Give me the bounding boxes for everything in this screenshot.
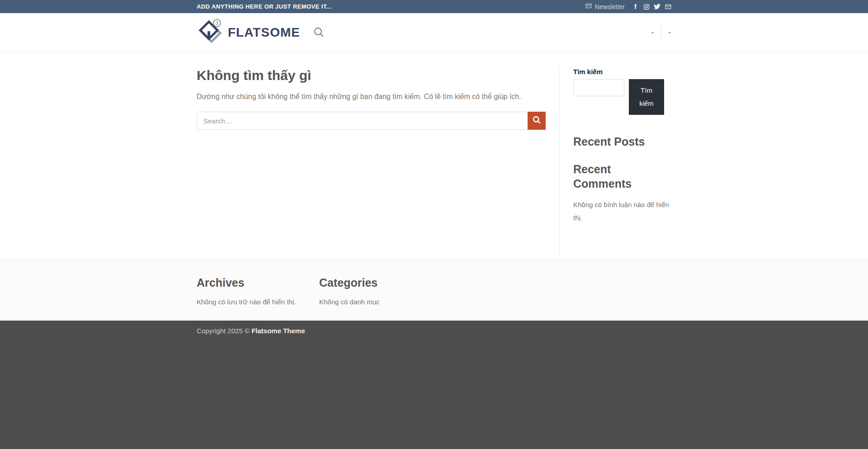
site-logo[interactable]: 3 FLATSOME	[197, 19, 300, 47]
email-icon[interactable]	[665, 3, 671, 10]
twitter-icon[interactable]	[654, 3, 660, 10]
main-section: Không tìm thấy gì Dường như chúng tôi kh…	[0, 52, 868, 259]
page-title: Không tìm thấy gì	[197, 68, 546, 83]
topbar-message: ADD ANYTHING HERE OR JUST REMOVE IT...	[197, 3, 332, 10]
categories-heading: Categories	[319, 276, 442, 289]
nav-item-1[interactable]: -	[644, 29, 660, 36]
envelope-icon	[585, 3, 592, 10]
main-search-form	[197, 112, 546, 130]
topbar: ADD ANYTHING HERE OR JUST REMOVE IT... N…	[0, 0, 868, 13]
header-nav: - -	[644, 26, 671, 39]
main-search-input[interactable]	[197, 112, 528, 130]
nav-item-2[interactable]: -	[661, 29, 671, 36]
sidebar-search-input[interactable]	[573, 79, 624, 96]
flatsome-logo-icon: 3	[197, 19, 222, 47]
copyright-text: Copyright 2025 © Flatsome Theme	[197, 321, 671, 335]
sidebar-search-button[interactable]: Tìm kiếm	[629, 79, 664, 115]
facebook-icon[interactable]: f	[632, 3, 639, 10]
instagram-icon[interactable]	[643, 3, 650, 10]
search-icon	[533, 116, 541, 126]
search-icon[interactable]	[314, 27, 324, 38]
recent-comments-heading: Recent Comments	[573, 162, 671, 191]
site-header: 3 FLATSOME - -	[0, 13, 868, 52]
social-icons: f	[632, 3, 671, 10]
page-description: Dường như chúng tôi không thể tìm thấy n…	[197, 93, 546, 101]
sidebar-search-title: Tìm kiếm	[573, 68, 671, 76]
content-column: Không tìm thấy gì Dường như chúng tôi kh…	[197, 52, 559, 259]
recent-posts-heading: Recent Posts	[573, 134, 671, 149]
logo-badge: 3	[216, 20, 218, 26]
footer-widgets: Archives Không có lưu trữ nào để hiển th…	[0, 259, 868, 321]
archives-empty-text: Không có lưu trữ nào để hiển thị.	[197, 298, 319, 306]
newsletter-label: Newsletter	[595, 3, 625, 10]
archives-heading: Archives	[197, 276, 319, 289]
recent-comments-empty-text: Không có bình luận nào để hiển thị.	[573, 198, 671, 225]
categories-empty-text: Không có danh mục	[319, 298, 442, 306]
search-submit-button[interactable]	[528, 112, 546, 130]
sidebar: Tìm kiếm Tìm kiếm Recent Posts Recent Co…	[559, 52, 671, 259]
newsletter-link[interactable]: Newsletter	[585, 3, 625, 10]
copyright-brand: Flatsome Theme	[251, 327, 305, 335]
logo-text: FLATSOME	[228, 25, 300, 40]
topbar-right: Newsletter f	[585, 3, 671, 10]
sidebar-search-form: Tìm kiếm	[573, 79, 671, 115]
footer-archives-widget: Archives Không có lưu trữ nào để hiển th…	[197, 276, 319, 321]
footer-bottom: Copyright 2025 © Flatsome Theme	[0, 321, 868, 449]
footer-categories-widget: Categories Không có danh mục	[319, 276, 442, 321]
